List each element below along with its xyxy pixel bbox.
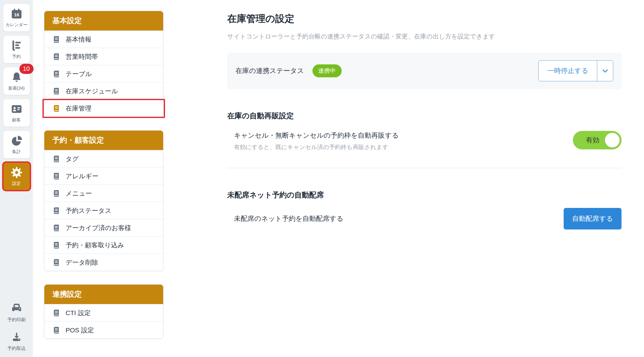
- rail-item-label: 予約取込: [7, 346, 26, 351]
- sidebar-item-label: POS 設定: [66, 326, 94, 335]
- book-icon: [52, 309, 60, 317]
- sidebar-item-tags[interactable]: タグ: [44, 150, 163, 167]
- sidebar-item-basic-info[interactable]: 基本情報: [44, 30, 163, 48]
- inventory-settings-main: 在庫管理の設定 サイトコントローラーと予約台帳の連携ステータスの確認・変更、在庫…: [227, 0, 622, 229]
- auto-resale-toggle[interactable]: 有効: [573, 131, 622, 149]
- rail-bottom-actions: 予約印刷 予約取込: [7, 303, 26, 351]
- book-icon: [52, 258, 60, 266]
- customer-card-icon: [10, 103, 23, 115]
- settings-sidebar: 基本設定 基本情報 営業時間帯 テーブル 在庫スケジュール 在庫管理: [44, 11, 163, 352]
- bell-icon: [10, 71, 23, 83]
- rail-item-reservations[interactable]: 予約: [3, 36, 30, 63]
- sidebar-item-pos-settings[interactable]: POS 設定: [44, 321, 163, 339]
- sidebar-item-menu[interactable]: メニュー: [44, 185, 163, 202]
- sidebar-group-title: 基本設定: [44, 11, 163, 30]
- rail-item-label: 顧客: [12, 117, 21, 123]
- link-status-label: 在庫の連携ステータス: [235, 66, 304, 75]
- book-icon: [52, 35, 60, 43]
- sidebar-group-title: 予約・顧客設定: [44, 131, 163, 150]
- sidebar-item-label: テーブル: [66, 70, 92, 78]
- sidebar-item-label: アレルギー: [66, 172, 99, 181]
- book-icon: [52, 241, 60, 249]
- download-icon: [11, 331, 22, 343]
- auto-resale-row: キャンセル・無断キャンセルの予約枠を自動再販する 有効にすると、既にキャンセル済…: [227, 131, 622, 151]
- book-icon: [52, 87, 60, 95]
- calendar-day-number: 16: [14, 12, 19, 17]
- sidebar-item-data-deletion[interactable]: データ削除: [44, 254, 163, 271]
- notification-count-badge: 10: [19, 64, 34, 74]
- book-icon: [52, 53, 60, 61]
- sidebar-item-inventory-management[interactable]: 在庫管理: [44, 99, 163, 117]
- sidebar-item-allergies[interactable]: アレルギー: [44, 167, 163, 185]
- rail-item-label: 予約: [12, 54, 21, 59]
- section-divider: [227, 168, 622, 168]
- book-icon: [52, 70, 60, 78]
- rail-item-settings[interactable]: 設定: [3, 163, 30, 190]
- book-icon: [52, 207, 60, 215]
- rail-item-print-reservations[interactable]: 予約印刷: [7, 303, 26, 323]
- auto-seat-heading: 未配席ネット予約の自動配席: [227, 190, 622, 200]
- rail-item-import-reservations[interactable]: 予約取込: [7, 331, 26, 351]
- rail-item-label: 予約印刷: [7, 317, 26, 323]
- pause-dropdown-button[interactable]: [597, 61, 613, 81]
- auto-resale-title: キャンセル・無断キャンセルの予約枠を自動再販する: [234, 131, 399, 140]
- sidebar-item-reservation-status[interactable]: 予約ステータス: [44, 202, 163, 219]
- page-subtitle: サイトコントローラーと予約台帳の連携ステータスの確認・変更、在庫の出し方を設定で…: [227, 32, 622, 41]
- rail-item-label: 設定: [12, 181, 21, 186]
- sidebar-group-integration: 連携設定 CTI 設定 POS 設定: [44, 284, 163, 339]
- sidebar-item-label: 基本情報: [66, 35, 91, 44]
- sidebar-item-business-hours[interactable]: 営業時間帯: [44, 48, 163, 65]
- sidebar-group-reservation-customer: 予約・顧客設定 タグ アレルギー メニュー 予約ステータス アーカイブ済のお客様: [44, 130, 163, 271]
- sidebar-item-inventory-schedule[interactable]: 在庫スケジュール: [44, 82, 163, 99]
- book-icon: [52, 224, 60, 232]
- inventory-settings-screen: 16 カレンダー 予約 10 新着(24): [0, 0, 644, 357]
- app-icon-rail: 16 カレンダー 予約 10 新着(24): [0, 0, 33, 357]
- sidebar-item-tables[interactable]: テーブル: [44, 65, 163, 82]
- book-icon: [52, 189, 60, 197]
- rail-item-label: 集計: [12, 149, 21, 155]
- pause-button[interactable]: 一時停止する: [539, 61, 597, 81]
- calendar-icon: 16: [10, 8, 23, 20]
- sidebar-item-label: 予約ステータス: [66, 206, 111, 215]
- pause-split-button: 一時停止する: [538, 60, 613, 81]
- rail-item-notifications[interactable]: 10 新着(24): [3, 67, 30, 95]
- book-icon: [52, 104, 60, 112]
- chevron-down-icon: [602, 67, 609, 75]
- rail-item-label: 新着(24): [8, 86, 25, 91]
- inventory-link-status-panel: 在庫の連携ステータス 連携中 一時停止する: [227, 53, 622, 89]
- sidebar-item-label: CTI 設定: [66, 309, 91, 317]
- sidebar-item-label: 営業時間帯: [66, 52, 98, 61]
- auto-seat-title: 未配席のネット予約を自動配席する: [234, 214, 344, 223]
- sidebar-item-reservation-customer-import[interactable]: 予約・顧客取り込み: [44, 236, 163, 254]
- rail-item-customers[interactable]: 顧客: [3, 99, 30, 127]
- page-title: 在庫管理の設定: [227, 12, 622, 25]
- book-icon: [52, 172, 60, 180]
- sidebar-group-basic: 基本設定 基本情報 営業時間帯 テーブル 在庫スケジュール 在庫管理: [44, 11, 163, 117]
- auto-seat-row: 未配席のネット予約を自動配席する 自動配席する: [227, 208, 622, 229]
- sidebar-item-label: データ削除: [66, 258, 98, 267]
- rail-item-label: カレンダー: [6, 22, 27, 28]
- reservation-chart-icon: [10, 39, 23, 52]
- sidebar-item-label: メニュー: [66, 189, 92, 198]
- auto-seat-button[interactable]: 自動配席する: [564, 208, 622, 229]
- pie-chart-icon: [10, 135, 23, 147]
- rail-item-calendar[interactable]: 16 カレンダー: [3, 4, 30, 31]
- toggle-state-label: 有効: [586, 136, 599, 145]
- sidebar-group-title: 連携設定: [44, 285, 163, 304]
- sidebar-item-cti-settings[interactable]: CTI 設定: [44, 304, 163, 321]
- toggle-knob: [605, 133, 620, 148]
- auto-resale-heading: 在庫の自動再販設定: [227, 111, 622, 121]
- status-badge: 連携中: [312, 64, 342, 77]
- sidebar-item-label: 予約・顧客取り込み: [66, 241, 124, 249]
- rail-item-reports[interactable]: 集計: [3, 131, 30, 158]
- book-icon: [52, 155, 60, 163]
- auto-resale-note: 有効にすると、既にキャンセル済の予約枠も再販されます: [234, 143, 399, 151]
- sidebar-item-label: タグ: [66, 155, 79, 163]
- book-icon: [52, 326, 60, 334]
- sidebar-item-label: 在庫管理: [66, 104, 91, 113]
- gear-icon: [10, 166, 23, 179]
- auto-resale-text: キャンセル・無断キャンセルの予約枠を自動再販する 有効にすると、既にキャンセル済…: [234, 131, 399, 151]
- sidebar-item-archived-customers[interactable]: アーカイブ済のお客様: [44, 219, 163, 236]
- sidebar-item-label: アーカイブ済のお客様: [66, 224, 131, 232]
- printer-icon: [11, 303, 22, 314]
